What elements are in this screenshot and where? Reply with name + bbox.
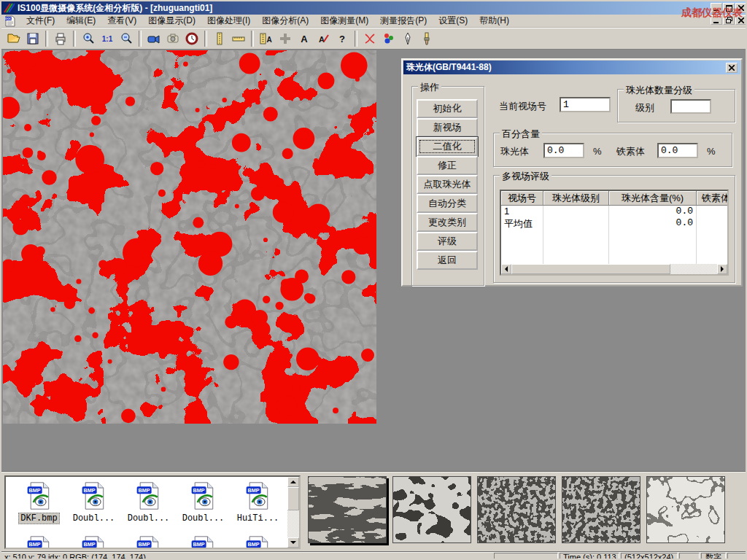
menu-item[interactable]: 图像处理(I): [201, 14, 256, 28]
level-input[interactable]: [670, 99, 711, 114]
ferrite-percent-input[interactable]: [657, 143, 698, 158]
ferrite-percent-label: 铁素体: [616, 145, 645, 158]
menu-item[interactable]: 查看(V): [101, 14, 142, 28]
caliper-button[interactable]: [210, 29, 229, 48]
table-cell: [697, 217, 729, 229]
minimize-button[interactable]: [711, 3, 722, 13]
table-row[interactable]: [501, 252, 727, 264]
table-row[interactable]: [501, 229, 727, 241]
menu-item[interactable]: 图像测量(M): [314, 14, 374, 28]
maximize-button[interactable]: [723, 3, 735, 13]
op-button[interactable]: 自动分类: [417, 194, 478, 213]
ruler-icon: [231, 31, 246, 46]
op-button[interactable]: 修正: [417, 156, 478, 175]
file-item[interactable]: BMPDoubl...: [123, 481, 174, 524]
menu-item[interactable]: 设置(S): [433, 14, 473, 28]
file-item[interactable]: BMPDoubl...: [68, 481, 120, 524]
file-item[interactable]: BMP: [68, 535, 120, 549]
table-header-cell[interactable]: 铁素体含量(%): [697, 191, 729, 206]
file-item[interactable]: BMPDoubl...: [177, 481, 229, 524]
scrollbar-track[interactable]: [511, 264, 717, 274]
file-item[interactable]: BMPDKF.bmp: [13, 481, 65, 524]
timer-button[interactable]: [182, 29, 201, 48]
table-header-cell[interactable]: 视场号: [501, 191, 543, 206]
scrollbar-thumb[interactable]: [511, 264, 670, 274]
metallograph-image[interactable]: [3, 50, 376, 424]
menu-item[interactable]: 帮助(H): [473, 14, 515, 28]
menu-item[interactable]: 编辑(E): [61, 14, 101, 28]
file-item[interactable]: BMPHuiTi...: [232, 481, 284, 524]
thumbnail[interactable]: [477, 476, 556, 543]
help-button[interactable]: ?: [333, 29, 352, 48]
op-button[interactable]: 初始化: [417, 99, 478, 118]
child-close-button[interactable]: [735, 15, 747, 25]
curve-tool-button[interactable]: [360, 29, 379, 48]
menu-bar: DOC 文件(F)编辑(E)查看(V)图像显示(D)图像处理(I)图像分析(A)…: [1, 15, 747, 28]
pen-tool-button[interactable]: [398, 29, 417, 48]
table-header-cell[interactable]: 珠光体级别: [543, 191, 609, 206]
cursor-position: x: 510 y: 79 idx: 0 RGB: (174, 174, 174): [1, 553, 493, 560]
op-button[interactable]: 新视场: [417, 118, 478, 137]
status-pane-empty: [494, 553, 558, 560]
thumbnail[interactable]: [562, 476, 640, 543]
file-item[interactable]: BMP: [13, 535, 65, 549]
grid-cross-button[interactable]: [276, 29, 295, 48]
menu-item[interactable]: 图像显示(D): [142, 14, 201, 28]
text-label-button[interactable]: A: [295, 29, 314, 48]
ferrite-percent-unit: %: [707, 146, 716, 157]
table-cell: [543, 217, 609, 229]
op-button[interactable]: 返回: [417, 251, 478, 270]
menu-item[interactable]: 测量报告(P): [374, 14, 433, 28]
file-item[interactable]: BMP: [232, 535, 284, 549]
close-button[interactable]: [735, 3, 747, 13]
camera-capture-button[interactable]: [163, 29, 182, 48]
thumbnail[interactable]: [646, 476, 725, 543]
menu-item[interactable]: 文件(F): [20, 14, 61, 28]
close-icon: [738, 5, 744, 11]
zoom-in-button[interactable]: [79, 29, 98, 48]
file-item[interactable]: BMP: [123, 535, 174, 549]
file-item[interactable]: BMP: [177, 535, 229, 549]
scroll-right-button[interactable]: [717, 264, 727, 274]
video-capture-button[interactable]: [144, 29, 163, 48]
minimize-icon: [713, 5, 719, 11]
child-restore-button[interactable]: [723, 15, 735, 25]
pearlite-percent-unit: %: [593, 146, 602, 157]
scroll-down-button[interactable]: [287, 537, 299, 548]
op-button[interactable]: 更改类别: [417, 213, 478, 232]
zoom-out-button[interactable]: [117, 29, 136, 48]
current-field-input[interactable]: [560, 97, 611, 112]
print-button[interactable]: [51, 29, 70, 48]
table-row[interactable]: 10.0: [501, 206, 727, 217]
scrollbar-thumb[interactable]: [287, 487, 299, 510]
op-button[interactable]: 评级: [417, 232, 478, 251]
op-button[interactable]: 点取珠光体: [417, 175, 478, 194]
scrollbar-track[interactable]: [287, 510, 299, 537]
open-button[interactable]: [4, 29, 23, 48]
op-button[interactable]: 二值化: [417, 137, 478, 156]
annotate-button[interactable]: A: [314, 29, 333, 48]
particle-count-button[interactable]: [379, 29, 398, 48]
menu-items: 文件(F)编辑(E)查看(V)图像显示(D)图像处理(I)图像分析(A)图像测量…: [20, 14, 515, 28]
print-icon: [53, 31, 68, 46]
thumbnail[interactable]: [392, 476, 471, 543]
child-minimize-button[interactable]: [711, 15, 722, 25]
actual-size-button[interactable]: 1:1: [98, 29, 117, 48]
scroll-up-button[interactable]: [287, 477, 299, 487]
open-icon: [7, 31, 21, 46]
dialog-title-bar[interactable]: 珠光体(GB/T9441-88): [403, 61, 740, 74]
ruler-button[interactable]: [229, 29, 248, 48]
table-header-cell[interactable]: 珠光体含量(%): [609, 191, 697, 206]
table-row[interactable]: 平均值0.0: [501, 217, 727, 229]
scroll-left-button[interactable]: [501, 264, 511, 274]
pearlite-percent-input[interactable]: [543, 143, 584, 158]
table-cell: [697, 229, 729, 241]
menu-item[interactable]: 图像分析(A): [256, 14, 314, 28]
actual-size-icon: 1:1: [100, 31, 115, 46]
save-button[interactable]: [23, 29, 42, 48]
brush-tool-button[interactable]: [417, 29, 436, 48]
table-row[interactable]: [501, 241, 727, 252]
measure-text-button[interactable]: A: [257, 29, 276, 48]
dialog-close-button[interactable]: [726, 63, 738, 73]
thumbnail[interactable]: [308, 476, 387, 543]
